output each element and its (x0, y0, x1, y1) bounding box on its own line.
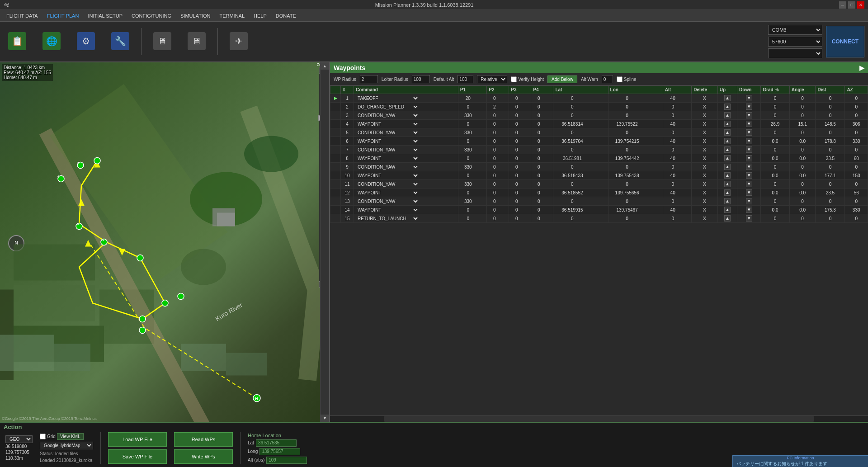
row-up[interactable]: ▲ (717, 171, 737, 180)
menu-config-tuning[interactable]: CONFIG/TUNING (127, 12, 176, 19)
row-lat[interactable] (553, 189, 608, 197)
p3-input[interactable] (511, 139, 522, 144)
row-command[interactable]: WAYPOINT (354, 120, 458, 128)
row-lon[interactable] (608, 120, 663, 128)
row-p3[interactable] (509, 180, 531, 189)
up-arrow[interactable]: ▲ (724, 172, 731, 179)
row-down[interactable]: ▼ (737, 180, 761, 189)
p4-input[interactable] (533, 139, 544, 144)
up-arrow[interactable]: ▲ (724, 104, 731, 110)
toolbar-flight-plan[interactable]: 🌐 (38, 30, 65, 53)
up-arrow[interactable]: ▲ (724, 164, 731, 170)
row-command[interactable]: WAYPOINT (354, 171, 458, 180)
row-command[interactable]: CONDITION_YAW (354, 146, 458, 154)
row-command[interactable]: CONDITION_YAW (354, 197, 458, 206)
up-arrow[interactable]: ▲ (724, 215, 731, 222)
p2-input[interactable] (489, 139, 500, 144)
p3-input[interactable] (511, 122, 522, 127)
row-up[interactable]: ▲ (717, 94, 737, 103)
row-p1[interactable] (458, 120, 486, 128)
down-arrow[interactable]: ▼ (746, 198, 752, 204)
row-p2[interactable] (487, 171, 509, 180)
row-command[interactable]: WAYPOINT (354, 189, 458, 197)
row-lon[interactable] (608, 163, 663, 171)
lat-input[interactable] (555, 165, 589, 170)
verify-height-checkbox[interactable] (511, 76, 517, 82)
down-arrow[interactable]: ▼ (746, 146, 752, 153)
row-p2[interactable] (487, 111, 509, 120)
lat-input[interactable] (555, 173, 589, 178)
p3-input[interactable] (511, 165, 522, 170)
row-lat[interactable] (553, 180, 608, 189)
alt-input[interactable] (665, 216, 681, 221)
row-delete[interactable]: X (692, 103, 718, 111)
row-p4[interactable] (531, 214, 553, 223)
lon-input[interactable] (610, 96, 644, 101)
p2-input[interactable] (489, 165, 500, 170)
altitude-mode-select[interactable]: Relative Absolute (477, 75, 507, 83)
menu-flight-plan[interactable]: FLIGHT PLAN (42, 12, 84, 19)
grid-check[interactable]: Grid View KML (40, 433, 93, 440)
row-p4[interactable] (531, 180, 553, 189)
home-lon-input[interactable] (259, 448, 300, 455)
command-select[interactable]: CONDITION_YAW (356, 147, 419, 153)
p1-input[interactable] (460, 147, 476, 152)
lat-input[interactable] (555, 139, 589, 144)
load-wp-file-button[interactable]: Load WP File (108, 432, 167, 447)
command-select[interactable]: CONDITION_YAW (356, 130, 419, 136)
row-down[interactable]: ▼ (737, 128, 761, 137)
lat-input[interactable] (555, 147, 589, 152)
row-command[interactable]: RETURN_TO_LAUNCH (354, 214, 458, 223)
row-p3[interactable] (509, 163, 531, 171)
row-p1[interactable] (458, 103, 486, 111)
row-lat[interactable] (553, 120, 608, 128)
up-arrow[interactable]: ▲ (724, 155, 731, 161)
p2-input[interactable] (489, 122, 500, 127)
scroll-up[interactable]: ▲ (321, 62, 329, 70)
p4-input[interactable] (533, 190, 544, 195)
p4-input[interactable] (533, 199, 544, 204)
p4-input[interactable] (533, 104, 544, 109)
p3-input[interactable] (511, 130, 522, 135)
p4-input[interactable] (533, 216, 544, 221)
port-select[interactable]: COM3 (768, 25, 822, 35)
lon-input[interactable] (610, 147, 644, 152)
alt-input[interactable] (665, 147, 681, 152)
row-lon[interactable] (608, 214, 663, 223)
lat-input[interactable] (555, 113, 589, 118)
row-alt[interactable] (663, 171, 691, 180)
delete-button[interactable]: X (703, 198, 706, 204)
row-up[interactable]: ▲ (717, 111, 737, 120)
row-p1[interactable] (458, 189, 486, 197)
row-p2[interactable] (487, 120, 509, 128)
row-lat[interactable] (553, 206, 608, 214)
toolbar-config-tuning[interactable]: 🔧 (107, 30, 134, 53)
row-down[interactable]: ▼ (737, 137, 761, 146)
read-wps-button[interactable]: Read WPs (174, 432, 233, 447)
row-delete[interactable]: X (692, 137, 718, 146)
row-p2[interactable] (487, 146, 509, 154)
up-arrow[interactable]: ▲ (724, 146, 731, 153)
row-p2[interactable] (487, 206, 509, 214)
row-delete[interactable]: X (692, 111, 718, 120)
row-lon[interactable] (608, 137, 663, 146)
lon-input[interactable] (610, 139, 644, 144)
row-p3[interactable] (509, 103, 531, 111)
p2-input[interactable] (489, 199, 500, 204)
p3-input[interactable] (511, 173, 522, 178)
up-arrow[interactable]: ▲ (724, 121, 731, 127)
p3-input[interactable] (511, 199, 522, 204)
map-type-select[interactable]: GoogleHybridMap GoogleSatelliteMap Googl… (40, 442, 93, 449)
down-arrow[interactable]: ▼ (746, 104, 752, 110)
alt-input[interactable] (665, 122, 681, 127)
row-p3[interactable] (509, 214, 531, 223)
down-arrow[interactable]: ▼ (746, 164, 752, 170)
connect-button[interactable]: CONNECT (826, 26, 864, 57)
row-lon[interactable] (608, 146, 663, 154)
p1-input[interactable] (460, 139, 476, 144)
toolbar-simulation[interactable]: 🖥 (149, 30, 176, 53)
row-lat[interactable] (553, 154, 608, 163)
lon-input[interactable] (610, 190, 644, 195)
alt-input[interactable] (665, 165, 681, 170)
lon-input[interactable] (610, 113, 644, 118)
